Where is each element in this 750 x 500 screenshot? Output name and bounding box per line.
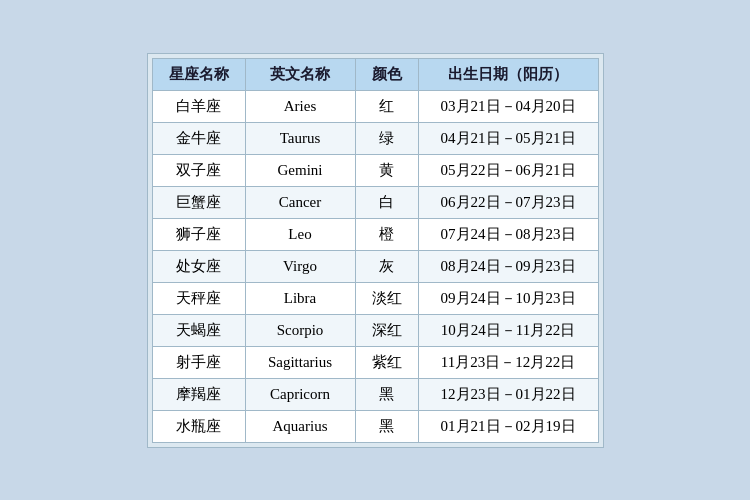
cell-date: 09月24日－10月23日 bbox=[418, 282, 598, 314]
table-row: 水瓶座Aquarius黑01月21日－02月19日 bbox=[152, 410, 598, 442]
cell-english: Virgo bbox=[245, 250, 355, 282]
cell-color: 黑 bbox=[355, 410, 418, 442]
cell-date: 04月21日－05月21日 bbox=[418, 122, 598, 154]
cell-english: Libra bbox=[245, 282, 355, 314]
table-row: 射手座Sagittarius紫红11月23日－12月22日 bbox=[152, 346, 598, 378]
cell-chinese: 狮子座 bbox=[152, 218, 245, 250]
cell-chinese: 金牛座 bbox=[152, 122, 245, 154]
table-row: 天秤座Libra淡红09月24日－10月23日 bbox=[152, 282, 598, 314]
cell-chinese: 天秤座 bbox=[152, 282, 245, 314]
cell-english: Aries bbox=[245, 90, 355, 122]
table-row: 双子座Gemini黄05月22日－06月21日 bbox=[152, 154, 598, 186]
cell-english: Cancer bbox=[245, 186, 355, 218]
cell-chinese: 水瓶座 bbox=[152, 410, 245, 442]
cell-chinese: 白羊座 bbox=[152, 90, 245, 122]
cell-color: 黄 bbox=[355, 154, 418, 186]
table-row: 狮子座Leo橙07月24日－08月23日 bbox=[152, 218, 598, 250]
cell-color: 淡红 bbox=[355, 282, 418, 314]
cell-chinese: 双子座 bbox=[152, 154, 245, 186]
zodiac-table-container: 星座名称 英文名称 颜色 出生日期（阳历） 白羊座Aries红03月21日－04… bbox=[147, 53, 604, 448]
cell-english: Aquarius bbox=[245, 410, 355, 442]
cell-chinese: 处女座 bbox=[152, 250, 245, 282]
cell-chinese: 射手座 bbox=[152, 346, 245, 378]
table-row: 天蝎座Scorpio深红10月24日－11月22日 bbox=[152, 314, 598, 346]
cell-english: Taurus bbox=[245, 122, 355, 154]
cell-date: 05月22日－06月21日 bbox=[418, 154, 598, 186]
cell-date: 06月22日－07月23日 bbox=[418, 186, 598, 218]
table-row: 摩羯座Capricorn黑12月23日－01月22日 bbox=[152, 378, 598, 410]
header-english: 英文名称 bbox=[245, 58, 355, 90]
table-body: 白羊座Aries红03月21日－04月20日金牛座Taurus绿04月21日－0… bbox=[152, 90, 598, 442]
cell-chinese: 摩羯座 bbox=[152, 378, 245, 410]
cell-english: Gemini bbox=[245, 154, 355, 186]
table-row: 处女座Virgo灰08月24日－09月23日 bbox=[152, 250, 598, 282]
header-date: 出生日期（阳历） bbox=[418, 58, 598, 90]
table-header-row: 星座名称 英文名称 颜色 出生日期（阳历） bbox=[152, 58, 598, 90]
table-row: 金牛座Taurus绿04月21日－05月21日 bbox=[152, 122, 598, 154]
cell-date: 08月24日－09月23日 bbox=[418, 250, 598, 282]
header-color: 颜色 bbox=[355, 58, 418, 90]
zodiac-table: 星座名称 英文名称 颜色 出生日期（阳历） 白羊座Aries红03月21日－04… bbox=[152, 58, 599, 443]
cell-date: 07月24日－08月23日 bbox=[418, 218, 598, 250]
header-chinese: 星座名称 bbox=[152, 58, 245, 90]
table-row: 巨蟹座Cancer白06月22日－07月23日 bbox=[152, 186, 598, 218]
cell-color: 黑 bbox=[355, 378, 418, 410]
table-row: 白羊座Aries红03月21日－04月20日 bbox=[152, 90, 598, 122]
cell-chinese: 天蝎座 bbox=[152, 314, 245, 346]
cell-english: Scorpio bbox=[245, 314, 355, 346]
cell-color: 灰 bbox=[355, 250, 418, 282]
cell-date: 11月23日－12月22日 bbox=[418, 346, 598, 378]
cell-color: 白 bbox=[355, 186, 418, 218]
cell-english: Leo bbox=[245, 218, 355, 250]
cell-date: 03月21日－04月20日 bbox=[418, 90, 598, 122]
cell-color: 紫红 bbox=[355, 346, 418, 378]
cell-english: Sagittarius bbox=[245, 346, 355, 378]
cell-chinese: 巨蟹座 bbox=[152, 186, 245, 218]
cell-english: Capricorn bbox=[245, 378, 355, 410]
cell-color: 橙 bbox=[355, 218, 418, 250]
cell-color: 深红 bbox=[355, 314, 418, 346]
cell-color: 红 bbox=[355, 90, 418, 122]
cell-date: 12月23日－01月22日 bbox=[418, 378, 598, 410]
cell-color: 绿 bbox=[355, 122, 418, 154]
cell-date: 01月21日－02月19日 bbox=[418, 410, 598, 442]
cell-date: 10月24日－11月22日 bbox=[418, 314, 598, 346]
